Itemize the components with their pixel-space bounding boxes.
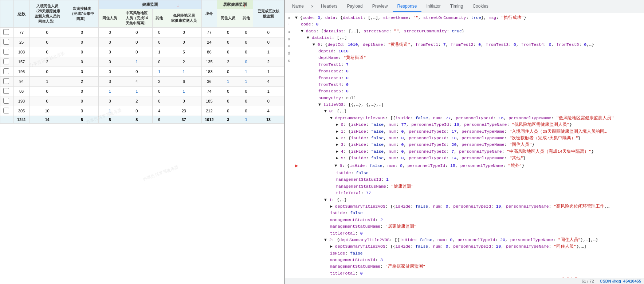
red-arrow-icon: ▶ [295,162,298,170]
json-mgmtstatusid: managementStatusId: 1 [295,176,641,183]
json-sub-3[interactable]: ▶ 3: {isHide: false, num: 0, personnelTy… [295,141,641,148]
col-high-risk: 中高风险地区人员（完成14天集中隔离） [121,9,153,28]
json-fromtest5: fromTest5: 0 [295,88,641,95]
json-mgmtid-2: managementStatusId: 3 [295,257,641,263]
json-data[interactable]: ▼ data: {dataList: [,…], streetName: "",… [295,28,641,35]
row-checkbox[interactable] [3,39,9,45]
col-other: 其他 [153,9,166,28]
json-fromtest3: fromTest3: 0 [295,75,641,81]
row-checkbox[interactable] [3,78,9,84]
letter-s: s [288,57,294,65]
tab-initiator[interactable]: Initiator [422,1,445,12]
json-root[interactable]: ▼ {code: 0, data: {dataList: [,…], stree… [295,15,641,21]
col-close-contact: 次密接触者（完成7天集中隔离） [65,0,99,28]
json-mgmtstatusname: managementStatusName: "健康监测" [295,183,641,190]
json-root-row: a i a a v d s ▼ {code: 0, data: {dataLis… [288,15,641,278]
tab-payload[interactable]: Payload [342,1,367,12]
letter-a: a [288,15,294,22]
row-checkbox[interactable] [3,98,9,104]
table-row: 7700000077000 [0,28,284,37]
json-datalist[interactable]: ▼ dataList: [,…] [295,35,641,41]
json-titletotal-1: titleTotal: 0 [295,230,641,237]
col-entry-cohabitant: 入境同住人员（28天跟踪健康监测入境人员的同住人员） [29,0,65,28]
devtools-bottom-bar: 61 / 72 CSDN @qq_45410455 [285,278,644,284]
tab-headers[interactable]: Headers [317,1,342,12]
table-row: 30510310423212004 [0,106,284,116]
json-fromtest2: fromTest2: 0 [295,68,641,75]
json-item-0[interactable]: ▼ 0: {deptId: 1010, deptName: "黄巷街道", fr… [295,41,641,48]
table-row: 9412342636114 [0,77,284,87]
json-sub-6[interactable]: ▼ 6: {isHide: false, num: 0, personnelTy… [299,163,524,169]
watermark-3: 办事员 区发展改革委 [142,164,179,182]
json-mgmtid-1: managementStatusId: 2 [295,217,641,223]
json-tree: ▼ {code: 0, data: {dataList: [,…], stree… [295,15,641,278]
col-low-risk: 低风险地区居家健康监测人员 ↓ [166,9,201,28]
data-table: 总数 入境同住人员（28天跟踪健康监测入境人员的同住人员） 次密接触者（完成7天… [0,0,284,124]
tab-name[interactable]: Name [288,1,308,12]
col-home-health-group: 居家健康监测 [217,0,253,9]
json-deptid: deptId: 1010 [295,48,641,55]
tab-preview[interactable]: Preview [368,1,392,12]
json-sub-2[interactable]: ▶ 2: {isHide: false, num: 0, personnelTy… [295,135,641,141]
json-titlevos[interactable]: ▼ titleVOS: [{,…}, {,…},…] [295,101,641,108]
tab-close[interactable]: × [309,3,316,11]
letter-i: i [288,22,294,29]
row-checkbox[interactable] [3,29,9,35]
json-fromtest4: fromTest4: 0 [295,81,641,88]
json-ishide-1: isHide: false [295,210,641,216]
json-mgmtname-2: managementStatusName: "严格居家健康监测" [295,263,641,270]
col-checkbox [0,0,14,28]
table-row: 10300001586001 [0,47,284,57]
tab-cookies[interactable]: Cookies [468,1,492,12]
json-titlevos-1[interactable]: ▼ 1: {,…} [295,197,641,203]
row-checkbox[interactable] [3,59,9,64]
left-panel: 总数 入境同住人员（28天跟踪健康监测入境人员的同住人员） 次密接触者（完成7天… [0,0,284,284]
letter-a3: a [288,36,294,43]
json-mgmtname-1: managementStatusName: "居家健康监测" [295,223,641,230]
json-deptsummary-0[interactable]: ▼ deptSummaryTitle2VOS: [{isHide: false,… [295,115,641,121]
table-row: 198000200185000 [0,96,284,106]
arrow-border: ↓ [206,0,209,0]
col-home-other: 其他 ↓ [239,9,253,28]
json-deptname: deptName: "黄巷街道" [295,55,641,61]
json-sub-5[interactable]: ▶ 5: {isHide: false, num: 0, personnelTy… [295,155,641,161]
json-titlevos-0[interactable]: ▼ 0: {,…} [295,108,641,115]
col-health-monitor-group: 健康监测 ↓ [99,0,201,9]
page-info: 61 / 72 [582,279,594,283]
json-sub-0[interactable]: ▶ 0: {isHide: false, num: 77, personnelT… [295,121,641,128]
row-checkbox[interactable] [3,49,9,55]
col-border: 境外 ↓ [201,0,217,28]
json-sub-4[interactable]: ▶ 4: {isHide: false, num: 0, personnelTy… [295,148,641,155]
devtools-content[interactable]: a i a a v d s ▼ {code: 0, data: {dataLis… [285,13,644,278]
json-deptsummary-1[interactable]: ▶ deptSummaryTitle2VOS: [{isHide: false,… [295,203,641,210]
tab-timing[interactable]: Timing [446,1,468,12]
row-checkbox[interactable] [3,88,9,94]
row-checkbox[interactable] [3,108,9,113]
json-numbycity: numByCity: null [295,95,641,101]
json-sub-6-row: ▶ ▼ 6: {isHide: false, num: 0, personnel… [295,162,641,170]
table-row: 2500000024000 [0,37,284,47]
col-home-cohabitant: 同住人员 [217,9,239,28]
devtools-tabs: Name × Headers Payload Preview Response … [285,0,644,13]
arrow-other: ↓ [243,3,246,8]
json-deptsummary-2[interactable]: ▶ deptSummaryTitle2VOS: [{isHide: false,… [295,243,641,250]
json-code: code: 0 [295,21,641,28]
letter-v: v [288,43,294,50]
arrow-health-monitor: ↓ [130,0,133,0]
col-cohabitant: 同住人员 [99,9,121,28]
json-titlevos-2[interactable]: ▼ 2: {deptSummaryTitle2VOS: [{isHide: fa… [295,237,641,243]
table-row-total: 12411455893710123113 [0,116,284,124]
row-checkbox[interactable] [3,68,9,74]
json-titletotal: titleTotal: 77 [295,190,641,196]
letter-d: d [288,50,294,57]
json-fromtest1: fromTest1: 7 [295,61,641,68]
json-titletotal-2: titleTotal: 0 [295,270,641,277]
table-row: 8600110174001 [0,87,284,96]
json-ishide-2: isHide: false [295,250,641,257]
tab-response[interactable]: Response [393,1,421,12]
arrow-low-risk: ↓ [177,3,179,8]
sidebar-letters: a i a a v d s [288,15,294,64]
table-row: 196000011183011 [0,67,284,77]
table-container[interactable]: 总数 入境同住人员（28天跟踪健康监测入境人员的同住人员） 次密接触者（完成7天… [0,0,284,284]
json-sub-1[interactable]: ▶ 1: {isHide: false, num: 0, personnelTy… [295,128,641,135]
